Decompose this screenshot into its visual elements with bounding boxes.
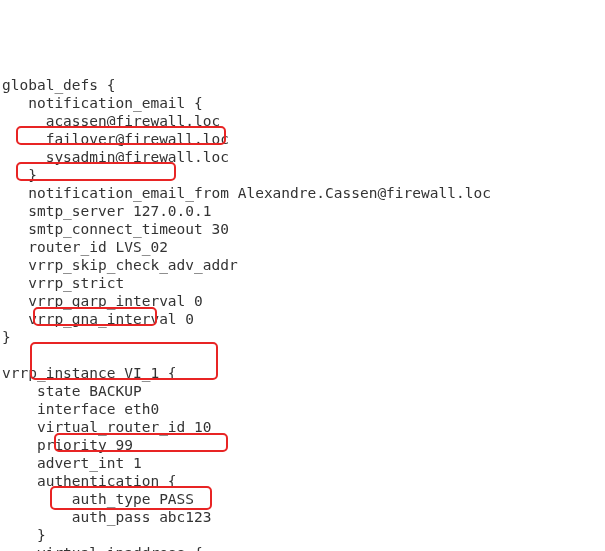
line: notification_email_from Alexandre.Cassen… [2,185,491,201]
line: router_id LVS_02 [2,239,168,255]
line: auth_pass abc123 [2,509,212,525]
line: auth_type PASS [2,491,194,507]
line: smtp_server 127.0.0.1 [2,203,212,219]
line: } [2,527,46,543]
line: acassen@firewall.loc [2,113,220,129]
line: advert_int 1 [2,455,142,471]
line: } [2,167,37,183]
line: priority 99 [2,437,133,453]
line: vrrp_skip_check_adv_addr [2,257,238,273]
line: interface eth0 [2,401,159,417]
line: vrrp_strict [2,275,124,291]
line: vrrp_garp_interval 0 [2,293,203,309]
line: state BACKUP [2,383,142,399]
line: vrrp_gna_interval 0 [2,311,194,327]
config-text: global_defs { notification_email { acass… [2,76,603,551]
line: failover@firewall.loc [2,131,229,147]
line: global_defs { [2,77,116,93]
line: vrrp_instance VI_1 { [2,365,177,381]
line: virtual_router_id 10 [2,419,212,435]
line: virtual_ipaddress { [2,545,203,551]
line: } [2,329,11,345]
line: smtp_connect_timeout 30 [2,221,229,237]
line: authentication { [2,473,177,489]
line: sysadmin@firewall.loc [2,149,229,165]
line: notification_email { [2,95,203,111]
